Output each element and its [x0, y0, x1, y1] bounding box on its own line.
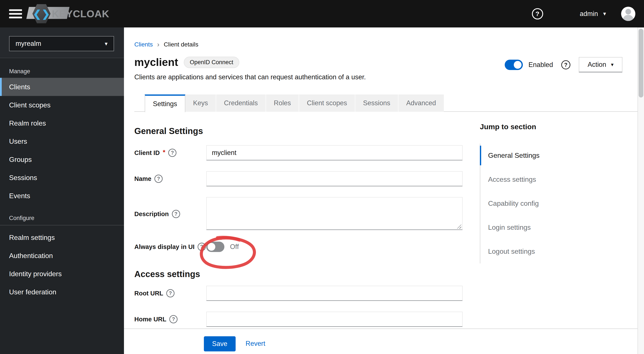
keycloak-hexagon-icon: ❮❯ [32, 4, 50, 24]
nav-section-configure: Configure [9, 215, 124, 221]
sidebar-item-user-federation[interactable]: User federation [0, 283, 124, 301]
settings-form: General Settings Client ID * ? Name ? D [134, 126, 467, 337]
toggle-knob [208, 243, 215, 251]
help-icon[interactable]: ? [198, 243, 206, 251]
jump-item-login-settings[interactable]: Login settings [480, 215, 614, 239]
page-description: Clients are applications and services th… [134, 73, 366, 81]
form-row-root-url: Root URL ? [134, 286, 467, 301]
breadcrumb-current: Client details [164, 41, 198, 48]
home-url-input[interactable] [206, 312, 462, 327]
logo-chevron-left: ❮ [33, 9, 41, 19]
sidebar-item-client-scopes[interactable]: Client scopes [0, 96, 124, 114]
masthead-right: ? admin ▾ [532, 7, 644, 21]
client-id-input[interactable] [206, 145, 462, 160]
save-button[interactable]: Save [204, 336, 236, 351]
form-row-client-id: Client ID * ? [134, 145, 467, 160]
form-actions-footer: Save Revert [124, 328, 638, 354]
sidebar-item-users[interactable]: Users [0, 132, 124, 150]
realm-name: myrealm [16, 40, 41, 48]
always-display-toggle[interactable] [206, 242, 224, 252]
sidebar-item-events[interactable]: Events [0, 187, 124, 205]
always-display-state: Off [230, 243, 239, 251]
client-id-label: Client ID [134, 149, 160, 156]
masthead: ❮❯ KEYCLOAK ? admin ▾ [0, 0, 644, 28]
description-input[interactable] [206, 197, 462, 230]
sidebar: myrealm ▾ Manage Clients Client scopes R… [0, 28, 124, 354]
main-content: Clients › Client details myclient OpenID… [124, 28, 638, 354]
form-row-name: Name ? [134, 171, 467, 186]
sidebar-item-groups[interactable]: Groups [0, 150, 124, 169]
jump-to-section-panel: Jump to section General Settings Access … [480, 123, 614, 263]
jump-item-access-settings[interactable]: Access settings [480, 167, 614, 191]
root-url-input[interactable] [206, 286, 462, 301]
enabled-control: Enabled ? [505, 60, 570, 70]
breadcrumb: Clients › Client details [134, 41, 198, 49]
description-textarea-wrap [206, 197, 462, 231]
section-heading-general: General Settings [134, 126, 467, 136]
tab-bar: Settings Keys Credentials Roles Client s… [134, 95, 638, 112]
tab-settings[interactable]: Settings [145, 95, 185, 112]
section-heading-access: Access settings [134, 269, 467, 279]
sidebar-item-identity-providers[interactable]: Identity providers [0, 265, 124, 283]
description-label: Description [134, 210, 169, 218]
hamburger-menu-icon[interactable] [9, 9, 22, 18]
sidebar-item-realm-roles[interactable]: Realm roles [0, 114, 124, 132]
help-icon[interactable]: ? [561, 60, 570, 69]
action-label: Action [588, 61, 606, 69]
name-input[interactable] [206, 171, 462, 186]
logo-chevron-right: ❯ [42, 9, 50, 19]
jump-item-logout-settings[interactable]: Logout settings [480, 239, 614, 263]
brand-name: KEYCLOAK [52, 8, 109, 20]
realm-selector[interactable]: myrealm ▾ [9, 36, 114, 51]
help-icon[interactable]: ? [154, 175, 162, 183]
sidebar-item-sessions[interactable]: Sessions [0, 169, 124, 187]
sidebar-item-authentication[interactable]: Authentication [0, 247, 124, 265]
protocol-badge: OpenID Connect [184, 57, 239, 68]
form-row-home-url: Home URL ? [134, 312, 467, 327]
username-label: admin [580, 10, 598, 18]
keycloak-admin-console: ❮❯ KEYCLOAK ? admin ▾ myrealm ▾ Manage C… [0, 0, 644, 354]
scrollbar-thumb[interactable] [638, 29, 643, 98]
chevron-down-icon: ▾ [603, 10, 606, 17]
nav-list-configure: Realm settings Authentication Identity p… [0, 228, 124, 301]
user-menu[interactable]: admin ▾ [580, 10, 606, 18]
breadcrumb-separator-icon: › [157, 41, 160, 49]
tab-roles[interactable]: Roles [266, 95, 299, 112]
help-icon[interactable]: ? [532, 8, 543, 20]
tab-credentials[interactable]: Credentials [216, 95, 266, 112]
required-asterisk: * [163, 148, 166, 156]
home-url-label: Home URL [134, 316, 166, 323]
always-display-label: Always display in UI [134, 243, 194, 250]
jump-item-general-settings[interactable]: General Settings [480, 144, 614, 167]
scrollbar[interactable] [638, 28, 644, 354]
sidebar-item-realm-settings[interactable]: Realm settings [0, 228, 124, 247]
tab-keys[interactable]: Keys [185, 95, 216, 112]
user-avatar[interactable] [621, 7, 635, 21]
form-row-always-display: Always display in UI ? Off [134, 242, 467, 252]
revert-button[interactable]: Revert [246, 340, 265, 347]
nav-section-manage: Manage [9, 68, 124, 75]
chevron-down-icon: ▾ [105, 41, 108, 47]
help-icon[interactable]: ? [169, 315, 178, 323]
realm-selector-block: myrealm ▾ [0, 28, 124, 58]
tab-client-scopes[interactable]: Client scopes [299, 95, 355, 112]
help-icon[interactable]: ? [168, 149, 176, 157]
help-icon[interactable]: ? [172, 210, 180, 218]
enabled-toggle[interactable] [505, 60, 523, 70]
form-row-description: Description ? [134, 197, 467, 231]
jump-item-capability-config[interactable]: Capability config [480, 191, 614, 215]
toggle-knob [514, 61, 522, 69]
nav-divider [0, 225, 124, 225]
keycloak-logo: ❮❯ KEYCLOAK [32, 4, 109, 24]
chevron-down-icon: ▾ [611, 62, 614, 68]
sidebar-item-clients[interactable]: Clients [0, 78, 124, 96]
page-head: myclient OpenID Connect Clients are appl… [134, 55, 366, 81]
help-icon[interactable]: ? [166, 289, 174, 297]
action-dropdown[interactable]: Action ▾ [579, 57, 622, 72]
breadcrumb-link-clients[interactable]: Clients [134, 41, 153, 48]
tab-sessions[interactable]: Sessions [355, 95, 398, 112]
tab-advanced[interactable]: Advanced [398, 95, 444, 112]
name-label: Name [134, 175, 152, 182]
red-circle-annotation [196, 235, 260, 271]
page-title: myclient [134, 55, 178, 69]
